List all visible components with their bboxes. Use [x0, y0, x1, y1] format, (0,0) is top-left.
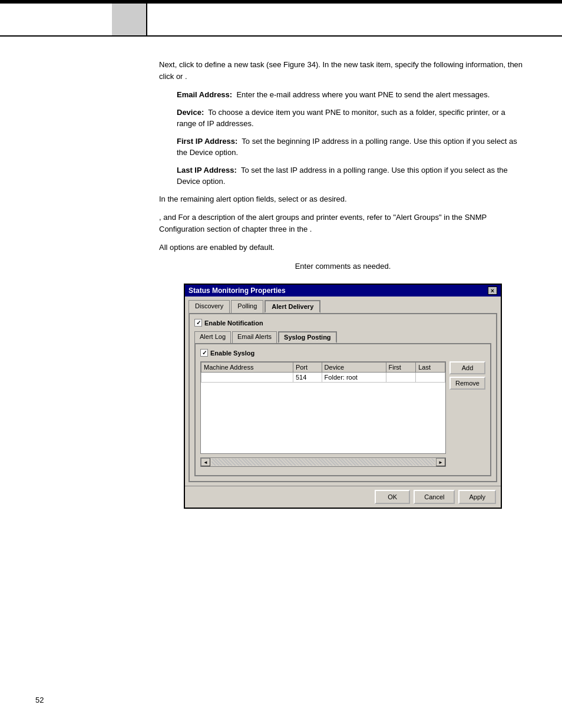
scroll-left-arrow[interactable]: ◄	[201, 458, 210, 466]
dialog-footer: OK Cancel Apply	[185, 486, 501, 508]
scroll-track[interactable]	[211, 459, 435, 466]
cell-machine-address	[201, 373, 293, 383]
side-buttons-panel: Add Remove	[449, 361, 485, 470]
table-empty-space	[201, 383, 445, 453]
col-port: Port	[293, 363, 322, 373]
syslog-table: Machine Address Port Device First Last	[201, 362, 445, 383]
dialog-titlebar: Status Monitoring Properties ×	[185, 285, 501, 297]
enable-notification-checkbox[interactable]: ✓	[194, 319, 202, 327]
para-1: Next, click to define a new task (see Fi…	[159, 59, 527, 82]
main-tab-row: Discovery Polling Alert Delivery	[189, 300, 497, 313]
page-tab	[112, 4, 147, 36]
tab-content-area: ✓ Enable Notification Alert Log Email Al…	[189, 313, 497, 482]
tab-alert-delivery[interactable]: Alert Delivery	[265, 300, 320, 313]
para-remaining: In the remaining alert option fields, se…	[159, 193, 527, 205]
enable-notification-label: Enable Notification	[204, 319, 263, 327]
enable-syslog-label: Enable Syslog	[210, 350, 254, 357]
col-last: Last	[416, 363, 445, 373]
header-line	[0, 35, 562, 37]
sub-tab-email-alerts[interactable]: Email Alerts	[232, 331, 277, 343]
dialog-body: Discovery Polling Alert Delivery ✓ Enabl…	[185, 297, 501, 486]
para-email: Email Address: Enter the e-mail address …	[177, 89, 527, 101]
tab-discovery[interactable]: Discovery	[189, 300, 230, 313]
dialog-title: Status Monitoring Properties	[189, 286, 286, 295]
sub-tab-content-area: ✓ Enable Syslog Machine Add	[194, 343, 491, 476]
main-content: Next, click to define a new task (see Fi…	[159, 59, 527, 509]
table-row[interactable]: 514 Folder: root	[201, 373, 445, 383]
para-comments: Enter comments as needed.	[159, 261, 527, 272]
col-machine-address: Machine Address	[201, 363, 293, 373]
para-last-ip: Last IP Address: To set the last IP addr…	[177, 164, 527, 187]
dialog-container: Status Monitoring Properties × Discovery…	[159, 284, 527, 509]
page-number: 52	[35, 696, 44, 704]
table-and-buttons: Machine Address Port Device First Last	[200, 361, 485, 470]
scroll-right-arrow[interactable]: ►	[436, 458, 445, 466]
close-button[interactable]: ×	[488, 286, 497, 295]
horizontal-scrollbar[interactable]: ◄ ►	[200, 457, 446, 467]
para-last-ip-label: Last IP Address:	[177, 166, 239, 174]
cell-first	[386, 373, 416, 383]
para-device: Device: To choose a device item you want…	[177, 107, 527, 130]
ok-button[interactable]: OK	[375, 490, 410, 504]
para-device-label: Device:	[177, 108, 206, 117]
table-section: Machine Address Port Device First Last	[200, 361, 446, 470]
apply-button[interactable]: Apply	[458, 490, 496, 504]
add-button[interactable]: Add	[449, 361, 485, 374]
cell-last	[416, 373, 445, 383]
para-defaults: All options are enabled by default.	[159, 242, 527, 253]
sub-tab-syslog-posting[interactable]: Syslog Posting	[278, 331, 336, 343]
dialog-window: Status Monitoring Properties × Discovery…	[184, 284, 502, 509]
para-first-ip: First IP Address: To set the beginning I…	[177, 136, 527, 159]
para-first-ip-label: First IP Address:	[177, 137, 240, 146]
col-first: First	[386, 363, 416, 373]
tab-polling[interactable]: Polling	[231, 300, 263, 313]
remove-button[interactable]: Remove	[449, 377, 485, 390]
sub-tab-row: Alert Log Email Alerts Syslog Posting	[194, 331, 491, 343]
enable-syslog-checkbox[interactable]: ✓	[200, 349, 208, 357]
para-alert-groups: , and For a description of the alert gro…	[159, 212, 527, 235]
cell-port: 514	[293, 373, 322, 383]
col-device: Device	[322, 363, 386, 373]
cell-device: Folder: root	[322, 373, 386, 383]
para-email-label: Email Address:	[177, 90, 234, 99]
top-border	[0, 0, 562, 4]
enable-notification-row: ✓ Enable Notification	[194, 319, 491, 327]
enable-syslog-row: ✓ Enable Syslog	[200, 349, 485, 357]
data-table-wrapper: Machine Address Port Device First Last	[200, 361, 446, 454]
sub-tab-alert-log[interactable]: Alert Log	[194, 331, 231, 343]
cancel-button[interactable]: Cancel	[414, 490, 455, 504]
